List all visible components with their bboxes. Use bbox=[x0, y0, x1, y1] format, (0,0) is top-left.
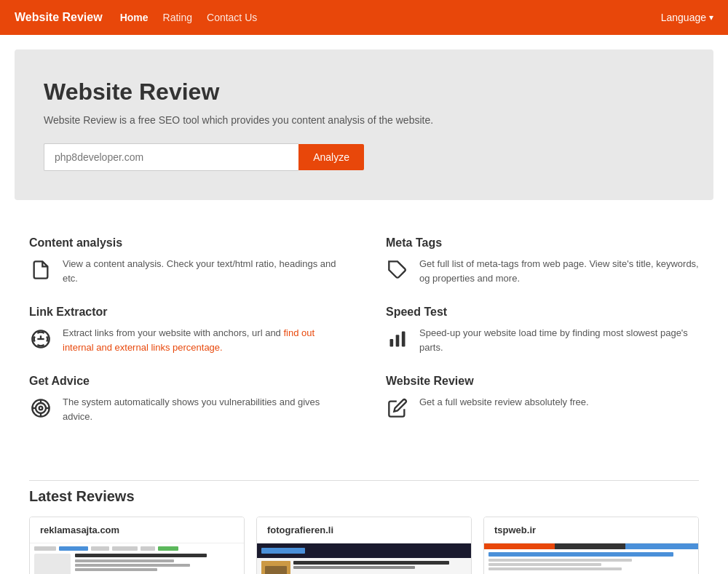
feature-get-advice-title: Get Advice bbox=[29, 375, 342, 388]
latest-reviews-section: Latest Reviews reklamasajta.com bbox=[0, 466, 728, 574]
review-preview-0 bbox=[30, 543, 244, 574]
nav-link-rating[interactable]: Rating bbox=[163, 12, 192, 23]
feature-website-review-text: Get a full website review absolutely fre… bbox=[419, 395, 589, 410]
feature-speed-test-text: Speed-up your website load time by findi… bbox=[419, 326, 699, 354]
document-icon bbox=[29, 258, 52, 282]
bar-chart-icon bbox=[386, 327, 409, 351]
feature-meta-tags-text: Get full list of meta-tags from web page… bbox=[419, 257, 699, 285]
nav-link-contact[interactable]: Contact Us bbox=[207, 12, 257, 23]
find-out-link[interactable]: find out internal and external links per… bbox=[63, 327, 314, 353]
feature-website-review-title: Website Review bbox=[386, 375, 699, 388]
feature-website-review: Website Review Get a full website review… bbox=[386, 375, 699, 420]
review-card-domain-1: fotografieren.li bbox=[257, 517, 471, 543]
svg-rect-13 bbox=[402, 332, 405, 347]
review-card-domain-2: tspweb.ir bbox=[484, 517, 698, 543]
nav-links: Home Rating Contact Us bbox=[120, 12, 661, 23]
features-section: Content analysis View a content analysis… bbox=[0, 215, 728, 466]
feature-meta-tags-title: Meta Tags bbox=[386, 236, 699, 250]
hero-title: Website Review bbox=[44, 79, 684, 105]
svg-point-4 bbox=[36, 403, 46, 413]
feature-link-extractor-text: Extract links from your website with anc… bbox=[63, 326, 342, 354]
feature-get-advice: Get Advice The system automatically show… bbox=[29, 375, 342, 423]
feature-get-advice-text: The system automatically shows you vulne… bbox=[63, 395, 342, 423]
language-label: Language bbox=[661, 12, 706, 23]
link-icon bbox=[29, 327, 52, 351]
nav-link-home[interactable]: Home bbox=[120, 12, 149, 23]
hero-subtitle: Website Review is a free SEO tool which … bbox=[44, 114, 684, 126]
analyze-button[interactable]: Analyze bbox=[298, 144, 364, 170]
feature-speed-test: Speed Test Speed-up your website load ti… bbox=[386, 306, 699, 354]
search-bar: Analyze bbox=[44, 143, 364, 171]
review-card-fotografieren[interactable]: fotografieren.li bbox=[256, 517, 472, 574]
svg-rect-11 bbox=[390, 339, 394, 347]
review-card-domain-0: reklamasajta.com bbox=[30, 517, 244, 543]
svg-point-5 bbox=[39, 407, 43, 410]
feature-link-extractor: Link Extractor Extract links from your w… bbox=[29, 306, 342, 354]
hero-section: Website Review Website Review is a free … bbox=[15, 49, 713, 200]
review-card-reklamasajta[interactable]: reklamasajta.com bbox=[29, 517, 245, 574]
review-preview-2 bbox=[484, 543, 698, 574]
feature-content-analysis-text: View a content analysis. Check your text… bbox=[63, 257, 342, 285]
features-left: Content analysis View a content analysis… bbox=[29, 236, 342, 444]
review-preview-1 bbox=[257, 543, 471, 574]
review-cards-grid: reklamasajta.com bbox=[29, 517, 699, 574]
features-right: Meta Tags Get full list of meta-tags fro… bbox=[386, 236, 699, 444]
feature-meta-tags: Meta Tags Get full list of meta-tags fro… bbox=[386, 236, 699, 285]
language-selector[interactable]: Language bbox=[661, 12, 713, 23]
feature-content-analysis-title: Content analysis bbox=[29, 236, 342, 250]
target-icon bbox=[29, 396, 52, 420]
tag-icon bbox=[386, 258, 409, 282]
latest-reviews-title: Latest Reviews bbox=[29, 480, 699, 505]
url-input[interactable] bbox=[44, 143, 298, 171]
nav-brand[interactable]: Website Review bbox=[15, 11, 103, 24]
feature-content-analysis: Content analysis View a content analysis… bbox=[29, 236, 342, 285]
feature-speed-test-title: Speed Test bbox=[386, 306, 699, 319]
feature-link-extractor-title: Link Extractor bbox=[29, 306, 342, 319]
svg-rect-12 bbox=[396, 335, 400, 346]
pencil-icon bbox=[386, 396, 409, 420]
navbar: Website Review Home Rating Contact Us La… bbox=[0, 0, 728, 35]
review-card-tspweb[interactable]: tspweb.ir bbox=[483, 517, 699, 574]
